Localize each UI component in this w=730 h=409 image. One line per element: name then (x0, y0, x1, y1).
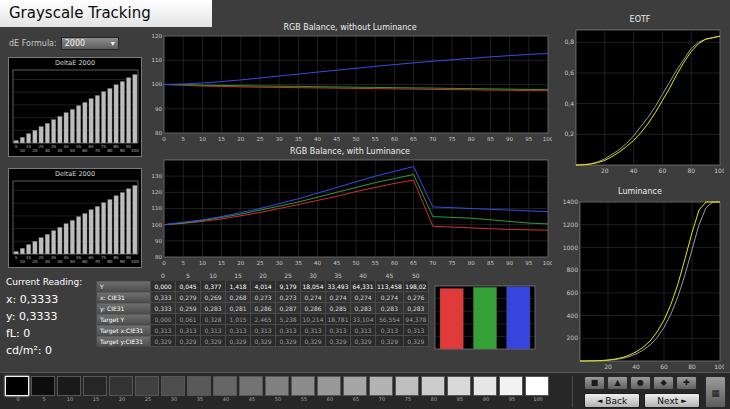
back-button[interactable]: ◄ Back (584, 393, 640, 408)
table-cell: 4,014 (251, 281, 276, 292)
current-reading-x: x: 0,3333 (6, 291, 82, 308)
table-cell: 0,377 (201, 281, 226, 292)
svg-text:40: 40 (632, 363, 640, 370)
table-cell: 5,238 (276, 314, 301, 325)
table-cell: 0,329 (226, 336, 251, 347)
gray-swatch-85[interactable] (447, 376, 471, 396)
plus-icon: ✚ (683, 378, 690, 387)
swatch-label: 60 (317, 396, 343, 403)
swatch-label: 10 (57, 396, 83, 403)
table-cell: 0,329 (276, 336, 301, 347)
svg-text:75: 75 (101, 144, 107, 149)
gray-swatch-50[interactable] (265, 376, 289, 396)
svg-text:45: 45 (333, 136, 340, 142)
swatch-wrap: 25 (135, 376, 161, 403)
gray-swatch-40[interactable] (213, 376, 237, 396)
table-row-label: x: CIE31 (97, 292, 151, 303)
table-cell: 0,000 (151, 314, 176, 325)
stop-button[interactable]: ■ (584, 376, 605, 390)
svg-text:5: 5 (181, 260, 185, 266)
gray-swatch-100[interactable] (525, 376, 549, 396)
table-cell: 0,313 (176, 325, 201, 336)
gray-swatch-35[interactable] (187, 376, 211, 396)
gray-swatch-20[interactable] (109, 376, 133, 396)
gray-swatch-95[interactable] (499, 376, 523, 396)
pattern-grid-button[interactable]: ▦ (705, 376, 726, 408)
gray-swatch-55[interactable] (291, 376, 315, 396)
swatch-wrap: 20 (109, 376, 135, 403)
gray-swatch-70[interactable] (369, 376, 393, 396)
svg-text:40: 40 (314, 136, 321, 142)
diamond-button[interactable]: ◆ (653, 376, 674, 390)
svg-text:75: 75 (449, 260, 456, 266)
swatch-wrap: 50 (265, 376, 291, 403)
gray-swatch-45[interactable] (239, 376, 263, 396)
svg-text:120: 120 (152, 34, 163, 39)
rgb-balance-with-luminance-plot: 8090100110120130051015202530354045505560… (148, 158, 552, 268)
svg-text:120: 120 (152, 189, 163, 195)
rgb-balance-with-luminance-title: RGB Balance, with Luminance (148, 146, 552, 158)
table-corner-cell (97, 270, 151, 281)
svg-text:1400: 1400 (563, 198, 578, 205)
gray-swatch-25[interactable] (135, 376, 159, 396)
deltae-chart-bottom-title: DeltaE 2000 (9, 169, 141, 179)
svg-text:90: 90 (506, 136, 513, 142)
gray-swatch-5[interactable] (31, 376, 55, 396)
table-column-header: 5 (176, 270, 201, 281)
gray-swatch-65[interactable] (343, 376, 367, 396)
up-icon: ▲ (614, 378, 620, 387)
svg-text:40: 40 (630, 167, 638, 174)
svg-text:45: 45 (63, 255, 69, 260)
table-row: Target Y0,0000,0610,3281,0152,4655,23810… (97, 314, 429, 325)
de-formula-row: dE Formula: 2000 ▾ (9, 37, 119, 50)
table-row: Y0,0000,0450,3771,4184,0149,17918,05433,… (97, 281, 429, 292)
table-column-header: 0 (151, 270, 176, 281)
swatch-label: 50 (265, 396, 291, 403)
svg-text:95: 95 (525, 136, 532, 142)
svg-text:0,8: 0,8 (564, 38, 574, 45)
table-cell: 0,329 (151, 336, 176, 347)
rgb-levels-plot (432, 283, 538, 352)
svg-text:0,2: 0,2 (564, 130, 574, 137)
svg-text:80: 80 (687, 167, 695, 174)
svg-text:25: 25 (38, 255, 44, 260)
gray-swatch-75[interactable] (395, 376, 419, 396)
svg-text:15: 15 (26, 255, 32, 260)
svg-text:90: 90 (120, 259, 126, 264)
svg-text:35: 35 (295, 260, 302, 266)
svg-text:70: 70 (95, 148, 101, 153)
svg-text:45: 45 (63, 144, 69, 149)
swatch-wrap: 90 (473, 376, 499, 403)
swatch-wrap: 95 (499, 376, 525, 403)
svg-text:85: 85 (487, 260, 494, 266)
table-cell: 0,274 (326, 292, 351, 303)
svg-text:90: 90 (506, 260, 513, 266)
up-button[interactable]: ▲ (607, 376, 628, 390)
table-cell: 0,329 (351, 336, 376, 347)
gray-swatch-80[interactable] (421, 376, 445, 396)
luminance-plot: 20040060080010001200140020406080100 (556, 198, 724, 372)
svg-text:1000: 1000 (563, 244, 578, 251)
diamond-icon: ◆ (660, 378, 666, 387)
gray-swatch-15[interactable] (83, 376, 107, 396)
table-row: Target y:CIE310,3290,3290,3290,3290,3290… (97, 336, 429, 347)
table-cell: 0,045 (176, 281, 201, 292)
table-cell: 0,061 (176, 314, 201, 325)
record-button[interactable]: ● (630, 376, 651, 390)
svg-text:90: 90 (155, 106, 162, 112)
deltae-chart-bottom: DeltaE 2000 5101520253035404550556065707… (8, 168, 142, 268)
de-formula-dropdown[interactable]: 2000 ▾ (61, 37, 119, 50)
gray-swatch-60[interactable] (317, 376, 341, 396)
svg-text:30: 30 (45, 148, 51, 153)
next-button[interactable]: Next ► (644, 393, 700, 408)
svg-text:55: 55 (372, 136, 379, 142)
deltae-chart-top: DeltaE 2000 5101520253035404550556065707… (8, 57, 142, 157)
gray-swatch-90[interactable] (473, 376, 497, 396)
gray-swatch-10[interactable] (57, 376, 81, 396)
gray-swatch-0[interactable] (5, 376, 29, 396)
plus-button[interactable]: ✚ (676, 376, 697, 390)
svg-text:35: 35 (51, 255, 57, 260)
gray-swatch-30[interactable] (161, 376, 185, 396)
svg-text:20: 20 (604, 363, 612, 370)
eotf-plot: 0,20,40,60,820406080100 (556, 26, 724, 176)
